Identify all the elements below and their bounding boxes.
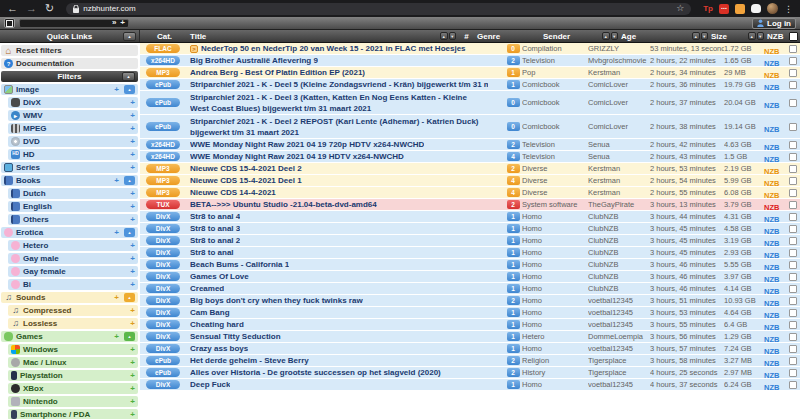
row-checkbox[interactable] — [789, 285, 797, 293]
sort-desc-button[interactable]: ▼ — [701, 32, 709, 40]
row-checkbox[interactable] — [789, 177, 797, 185]
add-filter-icon[interactable]: + — [130, 372, 135, 380]
add-filter-icon[interactable]: + — [114, 333, 119, 341]
sidebar-item-documentation[interactable]: Documentation — [1, 58, 138, 69]
title-link[interactable]: Cam Bang — [186, 308, 488, 317]
sidebar-item-nintendo[interactable]: Nintendo+ — [8, 396, 138, 407]
dots-extension-icon[interactable]: ... — [719, 4, 729, 14]
title-link[interactable]: Str8 to anal — [186, 248, 488, 257]
add-filter-icon[interactable]: + — [130, 112, 135, 120]
sidebar-item-others[interactable]: Others+ — [8, 214, 138, 225]
title-link[interactable]: Big Brother Australië Aflevering 9 — [186, 56, 488, 65]
add-filter-icon[interactable]: + — [130, 99, 135, 107]
back-icon[interactable]: ← — [7, 3, 18, 14]
title-link[interactable]: BETA-->>> Ubuntu Studio -21.04-beta-dvd-… — [186, 200, 488, 209]
title-link[interactable]: >NederTop 50 en NederTip 20 van Week 15 … — [186, 44, 488, 53]
collapse-group-button[interactable]: ▲ — [124, 176, 135, 185]
add-filter-icon[interactable]: + — [130, 151, 135, 159]
sidebar-item-mpeg[interactable]: MPEG+ — [8, 123, 138, 134]
row-checkbox[interactable] — [789, 69, 797, 77]
row-checkbox[interactable] — [789, 153, 797, 161]
row-checkbox[interactable] — [789, 249, 797, 257]
add-filter-icon[interactable]: + — [114, 177, 119, 185]
nzb-link[interactable]: NZB — [764, 383, 779, 392]
add-filter-icon[interactable]: + — [130, 203, 135, 211]
title-link[interactable]: Str8 to anal 4 — [186, 212, 488, 221]
sidebar-item-games[interactable]: Games+▲ — [1, 331, 138, 342]
sidebar-item-bi[interactable]: Bi+ — [8, 279, 138, 290]
url-bar[interactable]: nzbhunter.com ☆ — [66, 3, 691, 15]
add-filter-icon[interactable]: + — [114, 229, 119, 237]
add-filter-icon[interactable]: + — [130, 411, 135, 419]
reload-icon[interactable]: ↻ — [45, 3, 54, 14]
add-filter-icon[interactable]: + — [130, 242, 135, 250]
title-link[interactable]: Games Of Love — [186, 272, 488, 281]
row-checkbox[interactable] — [789, 345, 797, 353]
add-filter-icon[interactable]: + — [130, 320, 135, 328]
row-checkbox[interactable] — [789, 309, 797, 317]
sidebar-item-lossless[interactable]: Lossless+ — [8, 318, 138, 329]
row-checkbox[interactable] — [789, 369, 797, 377]
expand-icon[interactable]: » — [112, 20, 116, 26]
title-link[interactable]: Str8 to anal 3 — [186, 224, 488, 233]
row-checkbox[interactable] — [789, 357, 797, 365]
forward-icon[interactable]: → — [26, 3, 37, 14]
orange-extension-icon[interactable] — [735, 4, 745, 14]
collapse-group-button[interactable]: ▲ — [124, 228, 135, 237]
title-link[interactable]: Striparchief 2021 - K - Deel 2 REPOST (K… — [186, 116, 488, 138]
collapse-group-button[interactable]: ▲ — [124, 293, 135, 302]
title-link[interactable]: Crazy ass boys — [186, 344, 488, 353]
add-filter-icon[interactable]: + — [130, 359, 135, 367]
row-checkbox[interactable] — [789, 333, 797, 341]
sidebar-item-compressed[interactable]: Compressed+ — [8, 305, 138, 316]
sidebar-item-books[interactable]: Books+▲ — [1, 175, 138, 186]
title-link[interactable]: Beach Bums - California 1 — [186, 260, 488, 269]
sidebar-item-gay-female[interactable]: Gay female+ — [8, 266, 138, 277]
row-checkbox[interactable] — [789, 165, 797, 173]
sidebar-item-dutch[interactable]: Dutch+ — [8, 188, 138, 199]
sort-desc-button[interactable]: ▼ — [449, 32, 457, 40]
add-filter-icon[interactable]: + — [114, 86, 119, 94]
sidebar-item-playstation[interactable]: Playstation+ — [8, 370, 138, 381]
add-filter-icon[interactable]: + — [130, 216, 135, 224]
title-link[interactable]: Nieuwe CDS 14-4-2021 — [186, 188, 488, 197]
title-link[interactable]: Striparchief 2021 - K - Deel 3 (Katten, … — [186, 92, 488, 114]
add-filter-icon[interactable]: + — [130, 255, 135, 263]
add-filter-icon[interactable]: + — [114, 294, 119, 302]
row-checkbox[interactable] — [789, 237, 797, 245]
tp-extension-icon[interactable]: Tp — [703, 4, 713, 13]
sidebar-item-smartphone-pda[interactable]: Smartphone / PDA+ — [8, 409, 138, 419]
sidebar-item-xbox[interactable]: XBox+ — [8, 383, 138, 394]
sidebar-item-gay-male[interactable]: Gay male+ — [8, 253, 138, 264]
sort-asc-button[interactable]: ▲ — [692, 32, 700, 40]
quick-search-bar[interactable]: » + — [19, 19, 129, 28]
title-link[interactable]: WWE Monday Night Raw 2021 04 19 HDTV x26… — [186, 152, 488, 161]
nzb-link[interactable]: NZB — [764, 101, 779, 110]
row-checkbox[interactable] — [789, 297, 797, 305]
sidebar-item-dvd[interactable]: DVD+ — [8, 136, 138, 147]
row-checkbox[interactable] — [789, 81, 797, 89]
title-link[interactable]: Striparchief 2021 - K - Deel 5 (Kleine Z… — [186, 80, 488, 89]
sidebar-item-hetero[interactable]: Hetero+ — [8, 240, 138, 251]
title-link[interactable]: Alles over Historia - De grootste succes… — [186, 368, 488, 377]
sort-asc-button[interactable]: ▲ — [748, 32, 756, 40]
row-checkbox[interactable] — [789, 123, 797, 131]
quick-links-collapse-button[interactable]: ▲ — [123, 32, 136, 41]
sidebar-item-wmv[interactable]: WMV+ — [8, 110, 138, 121]
filters-collapse-button[interactable]: ▲ — [122, 72, 135, 81]
sort-desc-button[interactable]: ▼ — [611, 32, 619, 40]
title-link[interactable]: Creamed — [186, 284, 488, 293]
add-filter-icon[interactable]: + — [130, 307, 135, 315]
add-icon[interactable]: + — [120, 20, 125, 26]
title-link[interactable]: Big boys don't cry when they fuck twinks… — [186, 296, 488, 305]
collapse-group-button[interactable]: ▲ — [124, 85, 135, 94]
browser-menu-icon[interactable]: ⋮ — [784, 4, 793, 14]
add-filter-icon[interactable]: + — [130, 164, 135, 172]
row-checkbox[interactable] — [789, 213, 797, 221]
pin-icon[interactable] — [4, 18, 15, 28]
row-checkbox[interactable] — [789, 321, 797, 329]
row-checkbox[interactable] — [789, 189, 797, 197]
title-link[interactable]: Cheating hard — [186, 320, 488, 329]
row-checkbox[interactable] — [789, 261, 797, 269]
sidebar-item-sounds[interactable]: Sounds+▲ — [1, 292, 138, 303]
